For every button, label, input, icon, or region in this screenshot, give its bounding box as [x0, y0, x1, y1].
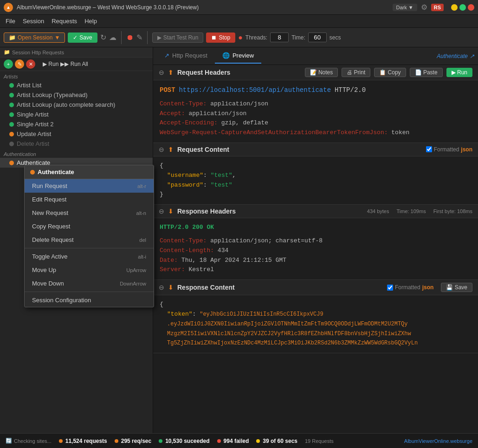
maximize-button[interactable] — [459, 4, 466, 11]
refresh-icon[interactable]: ↻ — [100, 33, 106, 42]
http-method: POST — [160, 86, 175, 94]
resp-header-val: Kestrel — [188, 266, 214, 273]
threads-label: Threads: — [245, 34, 267, 41]
menu-requests[interactable]: Requests — [52, 18, 77, 25]
titlebar: ▲ AlbumViewerOnline.websurge – West Wind… — [0, 0, 478, 15]
failed-dot — [217, 439, 221, 443]
statusbar: 🔄 Checking sites... 11,524 requests 295 … — [0, 433, 478, 448]
tab-http-request[interactable]: ↗ Http Request — [157, 48, 215, 64]
print-button[interactable]: 🖨 Print — [342, 68, 370, 77]
theme-button[interactable]: Dark ▼ — [393, 4, 417, 11]
collapse-response-content[interactable]: ⊖ — [159, 284, 164, 291]
requests-stat: 11,524 requests — [59, 438, 107, 444]
close-button[interactable] — [468, 4, 474, 11]
header-key-websurge: WebSurge-Request-CaptureAndSetAuthorizat… — [160, 129, 388, 136]
run-button-request[interactable]: ▶ Run — [446, 68, 472, 77]
delete-request-button[interactable]: ✕ — [26, 59, 35, 69]
ctx-session-config[interactable]: Session Configuration — [25, 293, 154, 307]
notes-button[interactable]: 📝 Notes — [305, 68, 338, 77]
cloud-icon[interactable]: ☁ — [109, 33, 116, 42]
resp-header-key: Server: — [160, 266, 185, 273]
copy-button[interactable]: 📋 Copy — [374, 68, 406, 77]
threads-input[interactable] — [270, 32, 289, 42]
time-input[interactable] — [308, 32, 327, 42]
right-panel: ↗ Http Request 🌐 Preview Authenticate ↗ … — [153, 47, 478, 433]
collapse-request-headers[interactable]: ⊖ — [159, 69, 164, 76]
http-url: https://localhost:5001/api/authenticate — [179, 86, 331, 94]
settings-icon[interactable]: ⚙ — [421, 3, 427, 12]
ctx-new-request[interactable]: New Request alt-n — [25, 206, 154, 220]
collapse-response-headers[interactable]: ⊖ — [159, 208, 164, 215]
sidebar-item-artist-lookup-typeahead[interactable]: Artist Lookup (Typeahead) — [0, 90, 153, 100]
ctx-move-up[interactable]: Move Up UpArrow — [25, 263, 154, 277]
panel-content: ⊖ ⬆ Request Headers 📝 Notes 🖨 Print 📋 Co… — [153, 65, 478, 433]
response-formatted-badge: Formatted json — [387, 284, 433, 291]
site-link[interactable]: AlbumViewerOnline.websurge — [404, 438, 472, 444]
resp-header-key: Content-Type: — [160, 237, 207, 244]
add-request-button[interactable]: + — [4, 59, 13, 69]
resp-header-val: application/json; charset=utf-8 — [210, 237, 323, 244]
ctx-edit-request[interactable]: Edit Request — [25, 193, 154, 206]
session-label: 📁 Session Http Requests — [0, 47, 153, 58]
menu-help[interactable]: Help — [84, 18, 97, 25]
response-meta: 434 bytes Time: 109ms First byte: 108ms — [367, 208, 472, 214]
run-all-button[interactable]: ▶▶ Run All — [60, 61, 88, 67]
run-button[interactable]: ▶ Run — [43, 61, 58, 67]
request-headers-section: ⊖ ⬆ Request Headers 📝 Notes 🖨 Print 📋 Co… — [153, 65, 478, 143]
failed-stat: 994 failed — [217, 438, 249, 444]
stop-button[interactable]: ⏹ Stop — [206, 32, 235, 43]
edit-icon[interactable]: ✎ — [136, 33, 142, 42]
time-stat: 39 of 60 secs — [256, 438, 297, 444]
tab-preview[interactable]: 🌐 Preview — [215, 48, 261, 64]
download-icon: ⬇ — [168, 208, 174, 215]
secs-label: secs — [329, 34, 341, 41]
ctx-move-down[interactable]: Move Down DownArrow — [25, 277, 154, 290]
sidebar-item-artist-list[interactable]: Artist List — [0, 80, 153, 90]
header-key: Accept: — [160, 110, 185, 117]
save-button[interactable]: ✓ Save — [68, 32, 97, 43]
minimize-button[interactable] — [451, 4, 458, 11]
sidebar-item-artist-lookup-auto[interactable]: Artist Lookup (auto complete search) — [0, 100, 153, 110]
resp-header-key: Content-Length: — [160, 247, 214, 254]
paste-button[interactable]: 📄 Paste — [410, 68, 443, 77]
request-headers-title: Request Headers — [177, 69, 301, 76]
sidebar-item-single-artist[interactable]: Single Artist — [0, 110, 153, 119]
sidebar-item-delete-artist[interactable]: Delete Artist — [0, 139, 153, 149]
start-test-button[interactable]: ▶ Start Test Run — [152, 32, 204, 43]
open-session-button[interactable]: 📁 Open Session ▼ — [4, 32, 65, 43]
ctx-delete-request[interactable]: Delete Request del — [25, 233, 154, 247]
response-headers-section: ⊖ ⬇ Response Headers 434 bytes Time: 109… — [153, 205, 478, 280]
resp-header-val: 434 — [218, 247, 228, 254]
app-icon: ▲ — [4, 3, 13, 12]
menu-file[interactable]: File — [6, 18, 15, 25]
collapse-request-content[interactable]: ⊖ — [159, 146, 164, 153]
response-formatted-checkbox[interactable] — [387, 285, 393, 291]
main-area: 📁 Session Http Requests + ✎ ✕ ▶ Run ▶▶ R… — [0, 47, 478, 433]
header-val: application/json — [188, 110, 246, 117]
menu-session[interactable]: Session — [23, 18, 44, 25]
header-key: Content-Type: — [160, 100, 207, 107]
sidebar-item-single-artist-2[interactable]: Single Artist 2 — [0, 119, 153, 129]
record-icon[interactable]: ⏺ — [126, 33, 134, 42]
response-headers-header: ⊖ ⬇ Response Headers 434 bytes Time: 109… — [153, 205, 478, 218]
header-key: Accept-Encoding: — [160, 119, 218, 126]
authenticate-link[interactable]: Authenticate ↗ — [437, 53, 474, 59]
menubar: File Session Requests Help — [0, 15, 478, 28]
sidebar-item-update-artist[interactable]: Update Artist — [0, 129, 153, 139]
status-dot — [9, 132, 14, 136]
edit-request-button[interactable]: ✎ — [15, 59, 24, 69]
response-headers-title: Response Headers — [177, 208, 363, 215]
ctx-toggle-active[interactable]: Toggle Active alt-i — [25, 250, 154, 263]
window-title: AlbumViewerOnline.websurge – West Wind W… — [17, 4, 389, 11]
formatted-checkbox[interactable] — [426, 146, 432, 152]
status-dot — [9, 93, 14, 97]
save-response-button[interactable]: 💾 Save — [441, 283, 472, 292]
separator2 — [147, 31, 148, 44]
ctx-copy-request[interactable]: Copy Request — [25, 220, 154, 233]
time-dot — [256, 439, 260, 443]
response-content-title: Response Content — [177, 284, 383, 291]
ctx-divider — [25, 248, 154, 248]
request-content-title: Request Content — [177, 146, 422, 153]
request-content-header: ⊖ ⬆ Request Content Formatted json — [153, 143, 478, 156]
ctx-run-request[interactable]: Run Request alt-r — [25, 179, 154, 193]
